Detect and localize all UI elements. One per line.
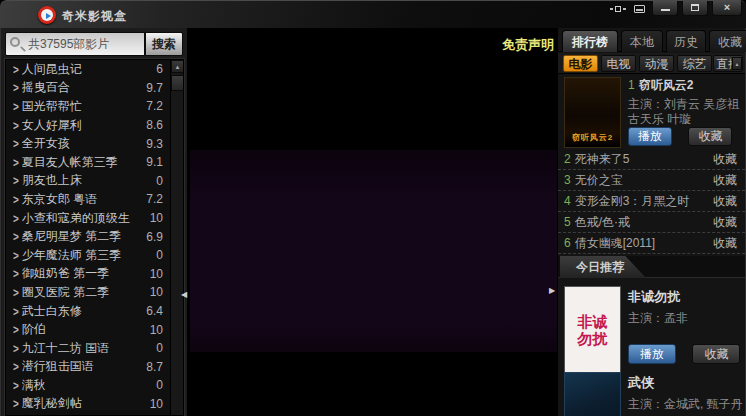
recommend-item: 武侠 武侠 主演：金城武, 甄子丹 xyxy=(558,370,745,416)
list-arrow-icon: > xyxy=(13,193,19,206)
favorite-link[interactable]: 收藏 xyxy=(713,193,737,210)
list-item[interactable]: > 潜行狙击国语 8.7 xyxy=(6,358,183,377)
rank-row[interactable]: 2 死神来了5 收藏 xyxy=(558,149,745,170)
list-item[interactable]: > 桑尼明星梦 第二季 6.9 xyxy=(6,227,183,246)
search-input[interactable] xyxy=(5,32,145,56)
tab-favorites[interactable]: 收藏 xyxy=(709,30,746,52)
list-item[interactable]: > 九江十二坊 国语 0 xyxy=(6,339,183,358)
list-arrow-icon: > xyxy=(13,360,19,373)
movie-rating: 6.9 xyxy=(146,230,163,244)
list-item[interactable]: > 小查和寇弟的顶级生 10 xyxy=(6,209,183,228)
list-item[interactable]: > 少年魔法师 第三季 0 xyxy=(6,246,183,265)
featured-item: 窃听风云2 1窃听风云2 主演：刘青云 吴彦祖 古天乐 叶璇 播放 收藏 xyxy=(558,75,745,148)
maximize-button[interactable] xyxy=(682,1,708,16)
movie-rating: 6.4 xyxy=(146,304,163,318)
list-item[interactable]: > 魔乳秘剑帖 10 xyxy=(6,395,183,414)
favorite-link[interactable]: 收藏 xyxy=(713,235,737,252)
movie-rating: 0 xyxy=(156,248,163,262)
rank-number: 4 xyxy=(564,194,571,208)
list-arrow-icon: > xyxy=(13,379,19,392)
subtab-tv[interactable]: 电视 xyxy=(601,55,636,72)
search-button[interactable]: 搜索 xyxy=(145,32,183,56)
right-panel: 排行榜 本地 历史 收藏 电影 电视 动漫 综艺 直播 ▲ 窃听风云2 1窃听风… xyxy=(557,28,746,416)
tab-ranking[interactable]: 排行榜 xyxy=(562,30,618,52)
list-arrow-icon: > xyxy=(13,323,19,336)
recommend-poster[interactable]: 武侠 xyxy=(564,372,621,416)
list-item[interactable]: > 摇曳百合 9.7 xyxy=(6,79,183,98)
subtab-movies[interactable]: 电影 xyxy=(563,55,598,72)
play-icon xyxy=(46,13,51,19)
skin-button[interactable] xyxy=(631,1,649,16)
scroll-up-button[interactable]: ▲ xyxy=(171,60,184,73)
subtab-variety[interactable]: 综艺 xyxy=(677,55,712,72)
rank-title: 倩女幽魂[2011] xyxy=(575,235,713,252)
rank-row[interactable]: 6 倩女幽魂[2011] 收藏 xyxy=(558,233,745,254)
recommend-title: 非诚勿扰 xyxy=(628,288,744,306)
movie-rating: 8.7 xyxy=(146,360,163,374)
movie-rating: 10 xyxy=(150,211,163,225)
list-item[interactable]: > 夏目友人帐第三季 9.1 xyxy=(6,153,183,172)
video-surface xyxy=(190,150,557,352)
movie-title: 国光帮帮忙 xyxy=(22,98,146,115)
subtab-anime[interactable]: 动漫 xyxy=(639,55,674,72)
list-arrow-icon: > xyxy=(13,100,19,113)
list-item[interactable]: > 东京女郎 粤语 7.2 xyxy=(6,190,183,209)
list-item[interactable]: > 阶伯 10 xyxy=(6,320,183,339)
movie-title: 武士白东修 xyxy=(22,303,146,320)
app-title: 奇米影视盒 xyxy=(62,8,127,25)
featured-title: 1窃听风云2 xyxy=(628,77,746,94)
list-item[interactable]: > 全开女孩 9.3 xyxy=(6,134,183,153)
movie-title: 阶伯 xyxy=(22,321,150,338)
movie-title: 御姐奶爸 第一季 xyxy=(22,265,150,282)
list-item[interactable]: > 御姐奶爸 第一季 10 xyxy=(6,265,183,284)
list-scrollbar[interactable]: ▲ xyxy=(170,60,183,415)
favorite-link[interactable]: 收藏 xyxy=(713,172,737,189)
favorite-button[interactable]: 收藏 xyxy=(688,127,732,146)
subtab-scroll-button[interactable]: ▲ xyxy=(732,57,742,70)
video-area: 免责声明 xyxy=(190,28,557,416)
favorite-button[interactable]: 收藏 xyxy=(692,344,740,364)
movie-rating: 0 xyxy=(156,378,163,392)
list-item[interactable]: > 国光帮帮忙 7.2 xyxy=(6,97,183,116)
list-arrow-icon: > xyxy=(13,342,19,355)
disclaimer-link[interactable]: 免责声明 xyxy=(502,36,554,54)
mini-mode-button[interactable] xyxy=(608,1,628,16)
movie-rating: 10 xyxy=(150,397,163,411)
scroll-thumb[interactable] xyxy=(171,75,184,91)
list-arrow-icon: > xyxy=(13,267,19,280)
list-item[interactable]: > 满秋 0 xyxy=(6,376,183,395)
movie-title: 满秋 xyxy=(22,377,156,394)
rank-row[interactable]: 5 色戒/色·戒 收藏 xyxy=(558,212,745,233)
collapse-right-button[interactable]: ▶ xyxy=(549,286,555,296)
favorite-link[interactable]: 收藏 xyxy=(713,151,737,168)
app-window: 奇米影视盒 × 搜索 > 人间昆虫记 6 > xyxy=(0,0,746,416)
close-button[interactable]: × xyxy=(712,1,742,16)
list-item[interactable]: > 朋友也上床 0 xyxy=(6,172,183,191)
list-arrow-icon: > xyxy=(13,63,19,76)
rank-number: 3 xyxy=(564,173,571,187)
featured-poster[interactable]: 窃听风云2 xyxy=(564,77,621,148)
favorite-link[interactable]: 收藏 xyxy=(713,214,737,231)
list-item[interactable]: > 人间昆虫记 6 xyxy=(6,60,183,79)
list-item[interactable]: > 女人好犀利 8.6 xyxy=(6,116,183,135)
play-button[interactable]: 播放 xyxy=(628,344,676,364)
list-arrow-icon: > xyxy=(13,249,19,262)
title-bar: 奇米影视盒 × xyxy=(0,0,746,28)
recommend-cast: 主演：孟非 xyxy=(628,310,744,327)
recommend-poster[interactable]: 非诚勿扰 xyxy=(564,286,621,373)
collapse-left-button[interactable]: ◀ xyxy=(181,290,187,300)
movie-rating: 6 xyxy=(156,62,163,76)
play-button[interactable]: 播放 xyxy=(628,127,672,146)
list-item[interactable]: > 武士白东修 6.4 xyxy=(6,302,183,321)
search-icon xyxy=(10,37,20,47)
rank-row[interactable]: 3 无价之宝 收藏 xyxy=(558,170,745,191)
tab-local[interactable]: 本地 xyxy=(621,30,663,52)
rank-number: 1 xyxy=(628,78,635,92)
rank-number: 6 xyxy=(564,236,571,250)
main-tabs: 排行榜 本地 历史 收藏 xyxy=(558,30,745,52)
list-item[interactable]: > 圈叉医院 第二季 10 xyxy=(6,283,183,302)
tab-history[interactable]: 历史 xyxy=(666,30,706,52)
poster-caption: 窃听风云2 xyxy=(572,132,613,147)
rank-row[interactable]: 4 变形金刚3：月黑之时 收藏 xyxy=(558,191,745,212)
minimize-button[interactable] xyxy=(652,1,678,16)
